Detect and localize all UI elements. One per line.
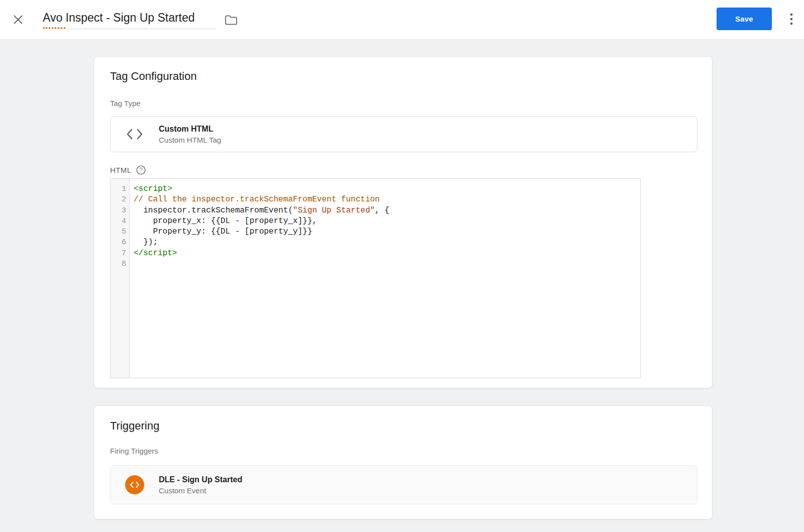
tag-name-field[interactable]: Avo Inspect - Sign Up Started — [43, 11, 216, 29]
save-button[interactable]: Save — [717, 8, 772, 30]
tag-configuration-card: Tag Configuration Tag Type Custom HTML C… — [93, 56, 713, 388]
html-label: HTML — [110, 166, 131, 174]
top-bar: Avo Inspect - Sign Up Started Save — [0, 0, 804, 40]
html-field-header: HTML ? — [110, 165, 146, 175]
line-number: 5 — [111, 227, 129, 237]
editor-gutter: 12345678 — [111, 179, 130, 378]
code-line[interactable]: </script> — [134, 248, 640, 259]
line-number: 6 — [111, 237, 129, 248]
code-token-tag: </script> — [134, 249, 177, 258]
line-number: 7 — [111, 248, 129, 259]
code-line[interactable]: inspector.trackSchemaFromEvent("Sign Up … — [134, 205, 640, 216]
code-brackets-icon — [111, 129, 159, 140]
code-token-tag: <script> — [134, 184, 172, 193]
code-line[interactable]: // Call the inspector.trackSchemaFromEve… — [134, 194, 640, 205]
line-number: 4 — [111, 216, 129, 227]
tag-name-text[interactable]: Avo Inspect - Sign Up Started — [43, 11, 216, 29]
svg-text:?: ? — [140, 167, 143, 173]
folder-icon[interactable] — [224, 13, 238, 27]
spellcheck-underline — [43, 27, 65, 29]
code-editor[interactable]: 12345678 <script>// Call the inspector.t… — [110, 178, 641, 378]
code-line[interactable]: }); — [134, 237, 640, 248]
line-number: 8 — [111, 259, 129, 269]
code-token-plain: , { — [375, 206, 389, 215]
code-line[interactable]: <script> — [134, 184, 640, 194]
code-token-comment: // Call the inspector.trackSchemaFromEve… — [134, 195, 380, 204]
tag-type-description: Custom HTML Tag — [159, 136, 221, 144]
tag-configuration-title: Tag Configuration — [110, 70, 196, 83]
tag-type-name: Custom HTML — [159, 125, 221, 134]
editor-code[interactable]: <script>// Call the inspector.trackSchem… — [130, 179, 640, 378]
trigger-icon-wrap — [111, 475, 159, 494]
code-token-plain: Property_y: {{DL - [property_y]}} — [134, 227, 312, 236]
triggering-card: Triggering Firing Triggers DLE - Sign Up… — [93, 405, 713, 519]
code-token-plain: property_x: {{DL - [property_x]}}, — [134, 217, 317, 226]
trigger-texts: DLE - Sign Up Started Custom Event — [159, 475, 242, 495]
trigger-type: Custom Event — [159, 486, 242, 495]
custom-event-icon — [125, 475, 144, 494]
close-icon[interactable] — [11, 13, 25, 27]
triggering-title: Triggering — [110, 419, 159, 433]
code-line[interactable] — [134, 259, 640, 269]
code-token-plain: inspector.trackSchemaFromEvent( — [134, 206, 293, 215]
line-number: 3 — [111, 205, 129, 216]
tag-type-selector[interactable]: Custom HTML Custom HTML Tag — [110, 116, 697, 152]
tag-type-texts: Custom HTML Custom HTML Tag — [159, 125, 221, 144]
kebab-menu-icon[interactable] — [785, 13, 798, 26]
help-icon[interactable]: ? — [136, 165, 146, 175]
code-line[interactable]: Property_y: {{DL - [property_y]}} — [134, 227, 640, 237]
tag-type-label: Tag Type — [110, 99, 141, 108]
trigger-name: DLE - Sign Up Started — [159, 475, 242, 484]
code-token-string: "Sign Up Started" — [293, 206, 375, 215]
code-token-plain: }); — [134, 238, 158, 247]
line-number: 2 — [111, 194, 129, 205]
line-number: 1 — [111, 184, 129, 194]
trigger-row[interactable]: DLE - Sign Up Started Custom Event — [110, 465, 697, 504]
code-line[interactable]: property_x: {{DL - [property_x]}}, — [134, 216, 640, 227]
firing-triggers-label: Firing Triggers — [110, 447, 158, 455]
